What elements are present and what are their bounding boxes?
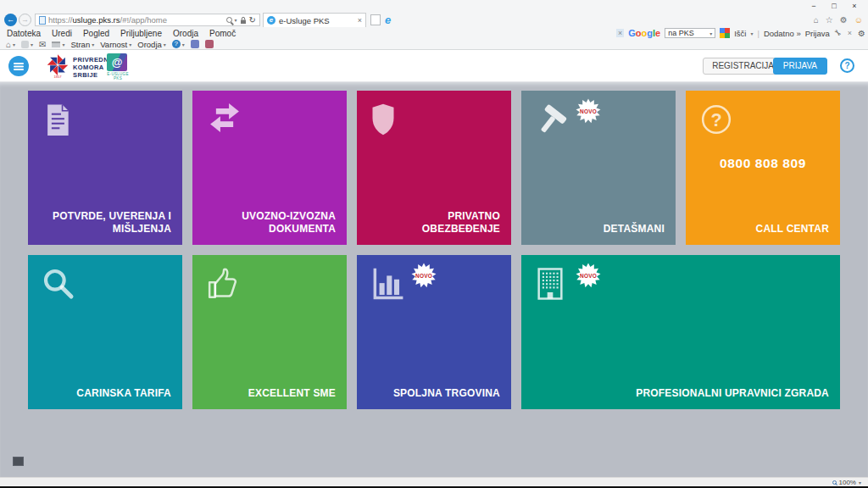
home-icon[interactable]: ⌂ bbox=[6, 40, 11, 49]
page-icon bbox=[39, 16, 46, 25]
addon-icon[interactable] bbox=[205, 40, 214, 48]
favorites-star-icon[interactable]: ☆ bbox=[826, 15, 833, 25]
address-bar[interactable]: https://usluge.pks.rs/#!/app/home ▾ ↻ bbox=[35, 14, 260, 26]
google-logo: Google bbox=[628, 28, 660, 38]
menu-uredi[interactable]: Uredi bbox=[52, 29, 72, 38]
forward-button-icon[interactable]: → bbox=[19, 14, 31, 26]
gear-badge-icon[interactable]: ⚙ bbox=[858, 29, 865, 38]
title-bar: − □ × bbox=[0, 0, 868, 13]
google-search-label[interactable]: Išči bbox=[734, 29, 746, 38]
tile-carinska-tarifa[interactable]: CARINSKA TARIFA bbox=[28, 255, 182, 409]
menu-pomo[interactable]: Pomoč bbox=[209, 29, 236, 38]
ie-logo-icon: e bbox=[385, 14, 391, 26]
menu-priljubljene[interactable]: Priljubljene bbox=[120, 29, 162, 38]
login-button[interactable]: PRIJAVA bbox=[773, 58, 827, 75]
tile-profesionalni-upravnici-zgrada[interactable]: NOVOPROFESIONALNI UPRAVNICI ZGRADA bbox=[521, 255, 840, 409]
minimize-button-icon[interactable]: − bbox=[804, 0, 824, 13]
tile-spoljna-trgovina[interactable]: NOVOSPOLJNA TRGOVINA bbox=[357, 255, 511, 409]
feedback-smiley-icon[interactable]: ☺ bbox=[854, 15, 863, 25]
tile-label: CALL CENTAR bbox=[696, 223, 829, 236]
svg-text:?: ? bbox=[710, 109, 721, 130]
chart-icon bbox=[370, 267, 406, 301]
safety-menu-button[interactable]: Varnost bbox=[100, 40, 127, 49]
shield-icon bbox=[370, 103, 396, 136]
maximize-button-icon[interactable]: □ bbox=[824, 0, 844, 13]
close-button-icon[interactable]: × bbox=[844, 0, 865, 13]
tile-uvozno-izvozna-dokumenta[interactable]: UVOZNO-IZVOZNA DOKUMENTA bbox=[192, 91, 347, 245]
google-logo-letter: g bbox=[647, 28, 653, 38]
pks-year: 1857 bbox=[53, 75, 62, 79]
help-icon[interactable]: ? bbox=[172, 40, 181, 48]
status-bar: 100% ▾ bbox=[0, 477, 868, 486]
chevron-down-icon: ▾ bbox=[182, 42, 185, 47]
search-dropdown-icon[interactable]: ▾ bbox=[235, 17, 237, 23]
google-search-button[interactable] bbox=[720, 28, 730, 38]
search-icon bbox=[42, 267, 75, 301]
hamburger-menu-button[interactable] bbox=[8, 56, 29, 76]
tiles-grid: POTVRDE, UVERENJA I MIŠLJENJAUVOZNO-IZVO… bbox=[0, 82, 840, 409]
chevron-down-icon[interactable]: ▾ bbox=[62, 42, 64, 47]
arrows-icon bbox=[206, 103, 243, 133]
pks-logo: 1857 bbox=[46, 53, 70, 82]
toolbar-close-icon[interactable]: × bbox=[846, 29, 854, 37]
chevron-down-icon[interactable]: ▾ bbox=[750, 30, 753, 36]
google-query: na PKS bbox=[668, 29, 694, 37]
addon-icon[interactable] bbox=[191, 40, 199, 48]
google-more-button[interactable]: Dodatno » bbox=[764, 29, 801, 38]
tile-call-centar[interactable]: ?0800 808 809CALL CENTAR bbox=[686, 91, 840, 245]
back-button-icon[interactable]: ← bbox=[4, 14, 17, 26]
tile-potvrde-uverenja-i-mi-ljenja[interactable]: POTVRDE, UVERENJA I MIŠLJENJA bbox=[28, 91, 182, 245]
tab-title: e-Usluge PKS bbox=[279, 16, 330, 25]
page-menu-button[interactable]: Stran bbox=[70, 40, 90, 49]
footer-logo-icon bbox=[13, 457, 24, 466]
tile-excellent-sme[interactable]: EXCELLENT SME bbox=[192, 255, 347, 409]
chevron-down-icon[interactable]: ▾ bbox=[709, 30, 712, 36]
tools-menu-button[interactable]: Orodja bbox=[137, 40, 162, 49]
tile-deta-mani[interactable]: NOVODETAŠMANI bbox=[521, 91, 676, 245]
at-icon: @ bbox=[107, 53, 127, 71]
print-icon[interactable] bbox=[52, 42, 60, 47]
chevron-down-icon[interactable]: ▾ bbox=[859, 480, 861, 485]
toolbar-divider: | bbox=[757, 29, 759, 38]
toolbar-close-icon[interactable]: × bbox=[616, 29, 624, 37]
novo-badge-label: NOVO bbox=[411, 263, 437, 288]
tile-label: CARINSKA TARIFA bbox=[38, 387, 171, 401]
browser-toolbar-icons: ⌂ ☆ ⚙ ☺ bbox=[814, 13, 863, 27]
registration-button[interactable]: REGISTRACIJA bbox=[703, 58, 783, 75]
menu-pogled[interactable]: Pogled bbox=[83, 29, 109, 38]
refresh-icon[interactable]: ↻ bbox=[249, 15, 256, 25]
google-search-input[interactable]: na PKS▾ bbox=[665, 28, 715, 38]
lock-icon bbox=[240, 16, 247, 25]
tab-close-icon[interactable]: × bbox=[358, 16, 362, 25]
tile-label: PRIVATNO OBEZBEĐENJE bbox=[367, 210, 500, 236]
gear-icon[interactable]: ⚙ bbox=[840, 15, 848, 25]
help-circle-icon[interactable]: ? bbox=[840, 58, 854, 73]
mail-icon[interactable]: ✉ bbox=[39, 40, 46, 49]
tile-label: DETAŠMANI bbox=[531, 223, 665, 236]
tile-privatno-obezbe-enje[interactable]: PRIVATNO OBEZBEĐENJE bbox=[357, 91, 511, 245]
tile-label: SPOLJNA TRGOVINA bbox=[367, 387, 500, 401]
chevron-down-icon: ▾ bbox=[164, 42, 166, 47]
url-text[interactable]: https://usluge.pks.rs/#!/app/home bbox=[48, 15, 224, 25]
zoom-control[interactable]: 100% ▾ bbox=[832, 478, 861, 486]
google-toolbar: × Google na PKS▾ Išči ▾ | Dodatno » Prij… bbox=[616, 27, 865, 39]
browser-tab[interactable]: e e-Usluge PKS × bbox=[263, 13, 366, 27]
menu-orodja[interactable]: Orodja bbox=[173, 29, 198, 38]
google-signin-button[interactable]: Prijava bbox=[805, 29, 830, 38]
question-icon: ? bbox=[699, 103, 733, 136]
novo-badge: NOVO bbox=[576, 98, 601, 124]
wrench-icon[interactable]: 🔧︎ bbox=[834, 29, 842, 37]
hammer-icon bbox=[535, 103, 570, 138]
building-icon bbox=[535, 267, 565, 301]
chevron-down-icon: ▾ bbox=[129, 42, 131, 47]
rss-icon[interactable] bbox=[21, 41, 29, 48]
chevron-down-icon[interactable]: ▾ bbox=[13, 42, 15, 47]
home-icon[interactable]: ⌂ bbox=[814, 15, 819, 25]
chevron-down-icon[interactable]: ▾ bbox=[31, 42, 33, 47]
url-prefix: https:// bbox=[48, 15, 73, 25]
menu-datoteka[interactable]: Datoteka bbox=[7, 29, 41, 38]
new-tab-button[interactable] bbox=[370, 14, 381, 25]
novo-badge: NOVO bbox=[411, 263, 437, 288]
menu-bar: DatotekaUrediPogledPriljubljeneOrodjaPom… bbox=[0, 27, 868, 39]
search-icon[interactable] bbox=[226, 17, 232, 23]
